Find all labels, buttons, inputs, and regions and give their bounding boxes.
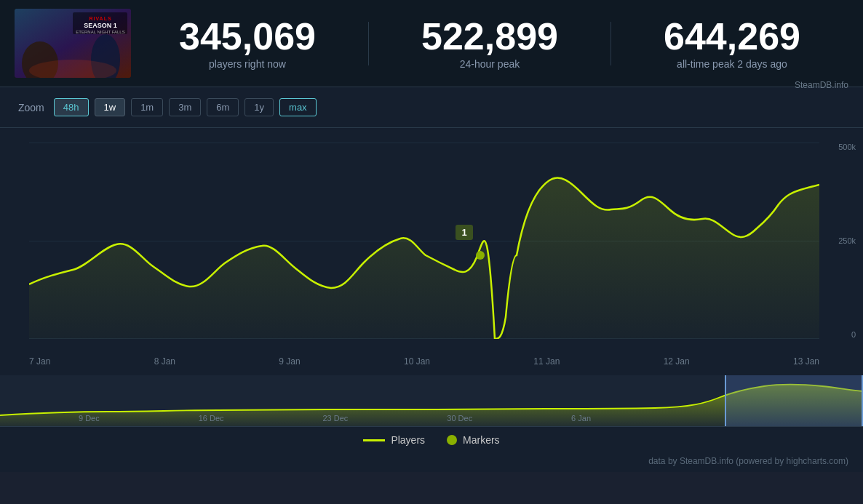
- stat-alltime-peak: 644,269 all-time peak 2 days ago: [664, 17, 800, 70]
- svg-text:RIVALS: RIVALS: [89, 16, 111, 21]
- alltime-number: 644,269: [664, 17, 800, 55]
- data-credit-footer: data by SteamDB.info (powered by highcha…: [0, 453, 863, 472]
- x-label-9jan: 9 Jan: [279, 356, 300, 367]
- stat-divider-2: [611, 22, 611, 65]
- zoom-controls: Zoom 48h 1w 1m 3m 6m 1y max: [0, 87, 863, 128]
- legend-markers: Markers: [447, 434, 500, 446]
- zoom-1m-button[interactable]: 1m: [131, 98, 163, 116]
- y-label-500k: 500k: [838, 143, 856, 151]
- zoom-max-button[interactable]: max: [279, 98, 317, 116]
- stat-divider-1: [368, 22, 369, 65]
- current-players-label: players right now: [179, 58, 316, 70]
- peak24-label: 24-hour peak: [421, 58, 558, 70]
- x-axis-labels: 7 Jan 8 Jan 9 Jan 10 Jan 11 Jan 12 Jan 1…: [29, 356, 819, 367]
- svg-text:ETERNAL NIGHT FALLS: ETERNAL NIGHT FALLS: [76, 30, 124, 34]
- x-label-12jan: 12 Jan: [664, 356, 690, 367]
- peak24-number: 522,899: [421, 17, 558, 55]
- legend-players-line-icon: [363, 439, 385, 441]
- legend-players: Players: [363, 434, 425, 446]
- x-label-8jan: 8 Jan: [154, 356, 175, 367]
- zoom-1w-button[interactable]: 1w: [95, 98, 126, 116]
- y-label-0: 0: [851, 330, 856, 339]
- main-chart-svg-container: 1: [29, 143, 819, 339]
- legend-markers-dot-icon: [447, 435, 457, 445]
- x-label-7jan: 7 Jan: [29, 356, 50, 367]
- svg-text:SEASON 1: SEASON 1: [84, 22, 117, 29]
- steamdb-credit-top: SteamDB.info: [795, 80, 848, 90]
- game-banner: RIVALS SEASON 1 ETERNAL NIGHT FALLS: [15, 9, 131, 78]
- zoom-48h-button[interactable]: 48h: [54, 98, 89, 116]
- alltime-label: all-time peak 2 days ago: [664, 58, 800, 70]
- data-credit-text: data by SteamDB.info (powered by highcha…: [648, 456, 848, 466]
- legend-markers-label: Markers: [463, 434, 500, 446]
- main-chart-svg: [29, 143, 819, 339]
- current-players-number: 345,069: [179, 17, 316, 55]
- stat-24h-peak: 522,899 24-hour peak: [421, 17, 558, 70]
- stats-container: 345,069 players right now 522,899 24-hou…: [131, 17, 848, 70]
- chart-legend: Players Markers: [0, 426, 863, 453]
- stat-current-players: 345,069 players right now: [179, 17, 316, 70]
- game-art-icon: RIVALS SEASON 1 ETERNAL NIGHT FALLS: [15, 9, 131, 78]
- mini-chart-section: 9 Dec 16 Dec 23 Dec 30 Dec 6 Jan: [0, 375, 863, 426]
- zoom-3m-button[interactable]: 3m: [169, 98, 201, 116]
- main-chart-section: 500k 250k 0 1 7 Jan 8 Jan 9 Jan 10 Jan: [0, 128, 863, 375]
- x-label-13jan: 13 Jan: [793, 356, 819, 367]
- y-axis-labels: 500k 250k 0: [838, 143, 856, 339]
- y-label-250k: 250k: [838, 236, 856, 245]
- x-label-10jan: 10 Jan: [404, 356, 430, 367]
- mini-chart-highlight: [725, 375, 863, 426]
- chart-tooltip-dot: [476, 251, 485, 260]
- header-section: RIVALS SEASON 1 ETERNAL NIGHT FALLS 345,…: [0, 0, 863, 87]
- x-label-11jan: 11 Jan: [533, 356, 560, 367]
- zoom-label: Zoom: [18, 102, 44, 113]
- chart-fill-area: [29, 177, 819, 339]
- zoom-1y-button[interactable]: 1y: [244, 98, 274, 116]
- zoom-6m-button[interactable]: 6m: [207, 98, 239, 116]
- legend-players-label: Players: [391, 434, 425, 446]
